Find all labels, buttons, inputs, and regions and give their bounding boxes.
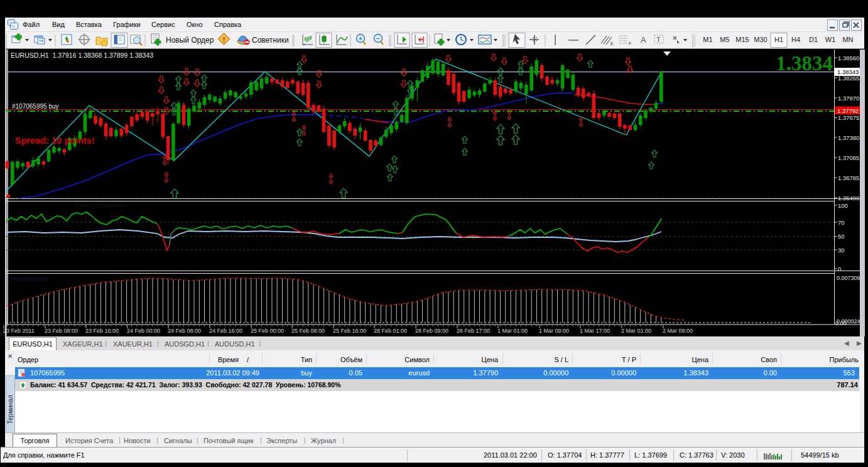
svg-text:25 Feb 16:00: 25 Feb 16:00 [333, 328, 366, 334]
svg-text:1.36785: 1.36785 [838, 174, 859, 181]
svg-text:1.37675: 1.37675 [838, 114, 859, 121]
svg-text:70: 70 [838, 219, 845, 226]
svg-text:1.38343: 1.38343 [837, 68, 859, 75]
svg-text:1.37792: 1.37792 [837, 107, 859, 114]
svg-text:24 Feb 08:00: 24 Feb 08:00 [168, 328, 201, 334]
svg-text:F: F [629, 41, 631, 46]
svg-text:0.00: 0.00 [835, 320, 847, 326]
svg-text:ForexProfitSupreme: ForexProfitSupreme [75, 202, 126, 208]
svg-text:24 Feb 00:00: 24 Feb 00:00 [127, 328, 160, 334]
svg-text:23 Feb 16:00: 23 Feb 16:00 [85, 328, 119, 334]
svg-text:30: 30 [838, 247, 845, 254]
svg-text:25 Feb 08:00: 25 Feb 08:00 [291, 328, 325, 334]
svg-text:H4: H4 [791, 36, 800, 43]
svg-text:Momentum(14): Momentum(14) [10, 276, 48, 282]
svg-text:!: ! [223, 36, 225, 43]
svg-text:MN: MN [842, 36, 853, 43]
svg-text:EURUSD,H1 1.37916 1.38368 1.3: EURUSD,H1 1.37916 1.38368 1.37899 1.3834… [11, 51, 153, 59]
svg-text:Новый Ордер: Новый Ордер [166, 36, 214, 45]
svg-text:#107065995 buy: #107065995 buy [12, 103, 59, 110]
svg-text:M15: M15 [735, 36, 749, 43]
svg-text:M5: M5 [720, 36, 729, 43]
svg-text:23 Feb 08:00: 23 Feb 08:00 [45, 328, 78, 334]
svg-text:D1: D1 [809, 36, 818, 43]
svg-text:2 Mar 01:00: 2 Mar 01:00 [621, 328, 651, 334]
svg-text:1.37970: 1.37970 [838, 95, 859, 102]
svg-text:2 Mar 09:00: 2 Mar 09:00 [663, 328, 693, 334]
svg-text:100: 100 [838, 202, 848, 209]
svg-text:W1: W1 [825, 36, 836, 43]
svg-text:0.007309: 0.007309 [837, 275, 860, 281]
svg-text:25 Feb 00:00: 25 Feb 00:00 [251, 328, 284, 334]
svg-text:24 Feb 16:00: 24 Feb 16:00 [209, 328, 242, 334]
svg-text:28 Feb 01:00: 28 Feb 01:00 [374, 328, 407, 334]
svg-text:0: 0 [838, 266, 841, 272]
svg-text:E: E [610, 41, 614, 46]
svg-text:1.38560: 1.38560 [838, 55, 859, 62]
svg-text:1 Mar 01:00: 1 Mar 01:00 [497, 328, 528, 334]
svg-text:1.37085: 1.37085 [838, 154, 859, 161]
svg-text:1.36490: 1.36490 [838, 195, 859, 201]
svg-text:T: T [656, 36, 661, 43]
svg-text:M30: M30 [754, 36, 767, 43]
svg-text:A: A [641, 35, 646, 45]
svg-text:50: 50 [838, 233, 845, 240]
svg-text:23 Feb 2011: 23 Feb 2011 [3, 328, 35, 334]
svg-text:1 Mar 17:00: 1 Mar 17:00 [580, 328, 610, 334]
svg-text:M1: M1 [703, 36, 712, 43]
svg-text:1 Mar 09:00: 1 Mar 09:00 [539, 328, 569, 334]
svg-text:Советники: Советники [252, 36, 289, 45]
svg-text:28 Feb 17:00: 28 Feb 17:00 [457, 328, 490, 334]
svg-text:1.37380: 1.37380 [838, 134, 859, 141]
svg-text:+: + [359, 35, 362, 42]
svg-text:1.3834: 1.3834 [776, 52, 833, 75]
svg-text:H1: H1 [774, 36, 783, 43]
svg-text:28 Feb 09:00: 28 Feb 09:00 [415, 328, 448, 334]
svg-text:−: − [376, 35, 380, 42]
svg-text:Spread: 10 points!: Spread: 10 points! [15, 136, 95, 146]
